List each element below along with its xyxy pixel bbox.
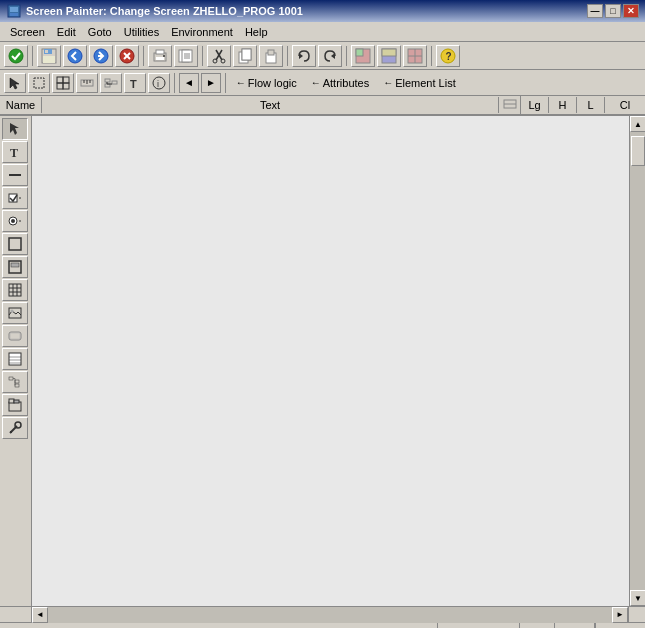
element-list-label: Element List xyxy=(395,77,456,89)
tree-tool-btn[interactable] xyxy=(2,371,28,393)
cancel-button[interactable] xyxy=(115,45,139,67)
cut-button[interactable] xyxy=(207,45,231,67)
ins-text: INS xyxy=(520,623,555,628)
svg-point-80 xyxy=(11,310,14,313)
text-tool-btn[interactable]: T xyxy=(2,141,28,163)
select-nav-btn[interactable] xyxy=(28,73,50,93)
flow-logic-arrow-icon: ← xyxy=(236,77,246,88)
menu-goto[interactable]: Goto xyxy=(82,24,118,40)
checkbox-tool-btn[interactable] xyxy=(2,187,28,209)
maximize-btn[interactable]: □ xyxy=(605,4,621,18)
svg-point-17 xyxy=(163,55,165,57)
svg-marker-33 xyxy=(331,53,335,59)
svg-text:?: ? xyxy=(446,51,452,62)
type-nav-btn[interactable]: T xyxy=(124,73,146,93)
minimize-btn[interactable]: — xyxy=(587,4,603,18)
title-bar: Screen Painter: Change Screen ZHELLO_PRO… xyxy=(0,0,645,22)
main-area: T xyxy=(0,116,645,606)
menu-edit[interactable]: Edit xyxy=(51,24,82,40)
list-tool-btn[interactable] xyxy=(2,348,28,370)
svg-rect-95 xyxy=(14,400,19,403)
svg-point-3 xyxy=(9,49,23,63)
svg-rect-55 xyxy=(112,81,117,84)
svg-text:T: T xyxy=(10,146,18,159)
svg-point-8 xyxy=(68,49,82,63)
scroll-left-btn[interactable]: ◄ xyxy=(32,607,48,623)
close-btn[interactable]: ✕ xyxy=(623,4,639,18)
col-name-header: Name xyxy=(0,97,42,113)
paste-button[interactable] xyxy=(259,45,283,67)
image-tool-btn[interactable] xyxy=(2,302,28,324)
left-toolbar: T xyxy=(0,116,32,606)
undo-button[interactable] xyxy=(292,45,316,67)
col-lg-header: Lg xyxy=(521,97,549,113)
menu-utilities[interactable]: Utilities xyxy=(118,24,165,40)
nav-toolbar: T i ◄ ► ← Flow logic ← Attributes ← Elem… xyxy=(0,70,645,96)
select-tool-btn[interactable] xyxy=(2,118,28,140)
table-tool-btn[interactable] xyxy=(2,279,28,301)
scroll-corner xyxy=(629,607,645,622)
h-scroll-track[interactable] xyxy=(48,607,612,623)
copy-button[interactable] xyxy=(233,45,257,67)
canvas-area[interactable] xyxy=(32,116,629,606)
scroll-thumb[interactable] xyxy=(631,136,645,166)
scroll-right-btn[interactable]: ► xyxy=(612,607,628,623)
flow-logic-link[interactable]: ← Flow logic xyxy=(230,73,303,93)
menu-environment[interactable]: Environment xyxy=(165,24,239,40)
ruler-nav-btn[interactable] xyxy=(76,73,98,93)
svg-point-69 xyxy=(11,219,15,223)
svg-point-25 xyxy=(213,59,217,63)
tab-tool-btn[interactable] xyxy=(2,394,28,416)
info-nav-btn[interactable]: i xyxy=(148,73,170,93)
print2-button[interactable] xyxy=(174,45,198,67)
svg-marker-63 xyxy=(10,123,19,135)
horizontal-scrollbar[interactable]: ◄ ► xyxy=(32,607,629,622)
layout1-button[interactable] xyxy=(351,45,375,67)
prev-nav-btn[interactable]: ◄ xyxy=(179,73,199,93)
line-tool-btn[interactable] xyxy=(2,164,28,186)
svg-rect-37 xyxy=(382,49,396,56)
status-end xyxy=(595,623,645,628)
scroll-down-btn[interactable]: ▼ xyxy=(630,590,645,606)
pointer-nav-btn[interactable] xyxy=(4,73,26,93)
custom-tool-btn[interactable] xyxy=(2,417,28,439)
help-button[interactable]: ? xyxy=(436,45,460,67)
svg-rect-74 xyxy=(9,284,21,296)
back-button[interactable] xyxy=(63,45,87,67)
menu-screen[interactable]: Screen xyxy=(4,24,51,40)
svg-rect-7 xyxy=(43,56,55,63)
menu-bar: Screen Edit Goto Utilities Environment H… xyxy=(0,22,645,42)
svg-rect-53 xyxy=(105,79,110,82)
exit-button[interactable] xyxy=(89,45,113,67)
svg-rect-82 xyxy=(10,333,20,339)
save-button[interactable] xyxy=(37,45,61,67)
scroll-up-btn[interactable]: ▲ xyxy=(630,116,645,132)
element-list-arrow-icon: ← xyxy=(383,77,393,88)
svg-rect-88 xyxy=(15,380,19,383)
subscreen-tool-btn[interactable] xyxy=(2,256,28,278)
menu-help[interactable]: Help xyxy=(239,24,274,40)
check-button[interactable] xyxy=(4,45,28,67)
redo-button[interactable] xyxy=(318,45,342,67)
col-text-header: Text xyxy=(42,97,499,113)
box-tool-btn[interactable] xyxy=(2,233,28,255)
element-list-link[interactable]: ← Element List xyxy=(377,73,462,93)
button-tool-btn[interactable] xyxy=(2,325,28,347)
radio-tool-btn[interactable] xyxy=(2,210,28,232)
svg-rect-15 xyxy=(156,50,164,54)
svg-marker-32 xyxy=(299,53,303,59)
svg-rect-6 xyxy=(45,50,48,53)
svg-rect-45 xyxy=(57,77,63,83)
vertical-scrollbar[interactable]: ▲ ▼ xyxy=(629,116,645,606)
svg-rect-29 xyxy=(242,49,251,60)
print-button[interactable] xyxy=(148,45,172,67)
flow-nav-btn[interactable] xyxy=(100,73,122,93)
attributes-link[interactable]: ← Attributes xyxy=(305,73,375,93)
position-text: 120 Cl x 27 L xyxy=(438,623,520,628)
attributes-label: Attributes xyxy=(323,77,369,89)
next-nav-btn[interactable]: ► xyxy=(201,73,221,93)
group-nav-btn[interactable] xyxy=(52,73,74,93)
layout2-button[interactable] xyxy=(377,45,401,67)
scroll-track[interactable] xyxy=(630,132,645,590)
layout3-button[interactable] xyxy=(403,45,427,67)
